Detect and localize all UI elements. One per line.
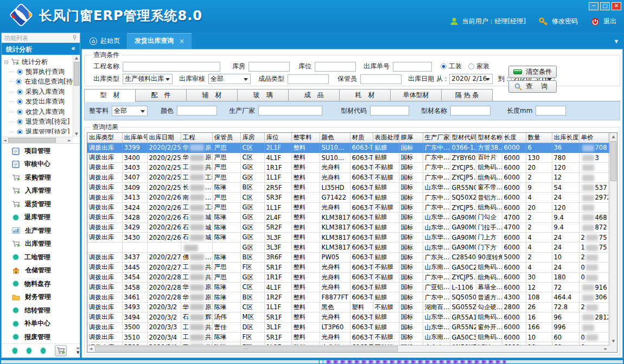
cell-price[interactable]: 2 <box>579 302 608 312</box>
cell-surf[interactable]: 贴膜 <box>373 143 399 152</box>
cell-type[interactable]: 调拨出库 <box>87 202 122 212</box>
cell-whole[interactable]: 整料 <box>291 233 320 242</box>
cell-price[interactable]: 0 <box>579 263 608 272</box>
cell-name[interactable]: 窗不带… <box>476 183 502 193</box>
cell-price[interactable] <box>579 202 608 212</box>
table-row[interactable]: 调拨出库34302020/2/26石城陈琳G区3L3F整料KLM38176063… <box>87 233 609 242</box>
cell-type[interactable]: 调拨出库 <box>87 302 122 312</box>
cell-price[interactable] <box>579 173 608 182</box>
cell-whole[interactable]: 整料 <box>291 202 320 212</box>
cell-mat[interactable]: 6063-T5 <box>350 272 373 282</box>
material-tab-0[interactable]: 型 材 <box>84 89 136 102</box>
profile-name-input[interactable] <box>450 106 491 116</box>
cell-whole[interactable]: 整料 <box>291 272 320 282</box>
cell-whole[interactable]: 整料 <box>291 263 320 272</box>
cell-price[interactable]: 0 <box>579 272 608 282</box>
cell-len[interactable]: 6000 <box>502 272 526 282</box>
tree-item-2[interactable]: 采购入库查询 <box>2 87 73 97</box>
cell-surf[interactable]: 不贴膜 <box>373 163 399 173</box>
cell-mat[interactable]: 6063-T5 <box>350 292 373 302</box>
cell-film[interactable]: 国标 <box>399 213 423 222</box>
cell-type[interactable]: 调拨出库 <box>87 322 122 332</box>
cell-code[interactable]: 0366-1.2 <box>450 143 476 152</box>
cell-no[interactable]: 3500 <box>122 322 147 332</box>
cell-code[interactable]: C28540B <box>450 252 476 262</box>
cell-surf[interactable]: 不贴膜 <box>373 263 399 272</box>
sidebar-item-0[interactable]: 项目管理 <box>2 144 80 158</box>
table-row[interactable]: 调拨出库34242020/2/26工工程严思G区1L1F整料光身料6063-T5… <box>87 202 609 212</box>
cell-color[interactable]: SU10… <box>320 152 350 162</box>
cell-wh[interactable]: B区 <box>240 183 264 193</box>
cell-color[interactable]: KLM3817 <box>320 233 350 242</box>
sidebar-item-8[interactable]: 工地管理 <box>2 251 80 264</box>
cell-len[interactable]: 6000 <box>502 193 526 202</box>
cell-type[interactable]: 调拨出库 <box>87 163 122 173</box>
cell-keeper[interactable]: 陈琳 <box>212 233 240 242</box>
cell-qty[interactable]: 4 <box>526 263 552 272</box>
cell-name[interactable]: 组角码… <box>476 263 502 272</box>
cell-outlen[interactable]: 120 <box>552 202 579 212</box>
cell-wh[interactable]: F区 <box>240 332 264 342</box>
cell-whole[interactable]: 整料 <box>291 173 320 182</box>
cell-film[interactable]: 国标 <box>399 242 423 252</box>
cell-name[interactable]: 普铝方… <box>476 193 502 202</box>
cell-len[interactable]: 2800 <box>502 302 526 312</box>
cell-proj[interactable]: 工共工程 <box>181 322 212 332</box>
cell-whole[interactable]: 整料 <box>291 302 320 312</box>
cell-proj[interactable]: 工共工程 <box>181 163 212 173</box>
cell-price[interactable]: 2972 <box>579 193 608 202</box>
scroll-right-icon[interactable]: ► <box>602 346 609 352</box>
sidebar-item-13[interactable]: 补单中心 <box>2 317 80 331</box>
cell-loc[interactable]: 3L1F <box>264 322 291 332</box>
table-row[interactable]: 调拨出库34072020/2/25工工程严思G区1L1F整料光身料6063-T5… <box>87 173 609 182</box>
cell-wh[interactable]: G区 <box>240 173 264 182</box>
cell-keeper[interactable]: 严思 <box>212 143 240 152</box>
cell-factory[interactable]: 广东中… <box>423 193 450 202</box>
cell-type[interactable]: 调拨出库 <box>87 152 122 162</box>
column-header[interactable]: 保管员 <box>212 133 240 143</box>
cell-loc[interactable]: 5R1F <box>264 263 291 272</box>
cell-date[interactable]: 2020/2/25 <box>147 163 181 173</box>
cell-film[interactable]: 国标 <box>399 152 423 162</box>
profile-code-input[interactable] <box>370 106 409 116</box>
cell-color[interactable]: SU10… <box>320 143 350 152</box>
cell-mat[interactable]: 6063-T5 <box>350 193 373 202</box>
cell-len[interactable]: 6000 <box>502 173 526 182</box>
cell-code[interactable]: GA90M09… <box>450 242 476 252</box>
tree-item-6[interactable]: 退库管理[待定] <box>2 127 73 134</box>
cell-qty[interactable]: 130 <box>526 152 552 162</box>
cell-name[interactable]: 门下方 <box>476 242 502 252</box>
cell-name[interactable]: 组角码… <box>476 202 502 212</box>
column-header[interactable]: 生产厂家 <box>423 133 450 143</box>
cell-factory[interactable]: 山东华… <box>423 183 450 193</box>
cell-film[interactable]: 国标 <box>399 292 423 302</box>
cell-film[interactable]: 国标 <box>399 163 423 173</box>
cell-film[interactable]: 国标 <box>399 143 423 152</box>
cell-len[interactable]: 6000 <box>502 332 526 342</box>
cell-surf[interactable]: 不贴膜 <box>373 202 399 212</box>
cell-wh[interactable]: G区 <box>240 163 264 173</box>
cell-factory[interactable]: 广东中… <box>423 143 450 152</box>
cell-type[interactable]: 调拨出库 <box>87 193 122 202</box>
column-header[interactable]: 型材名称 <box>476 133 502 143</box>
cell-date[interactable] <box>147 242 181 252</box>
scroll-left-icon[interactable]: ◄ <box>87 346 94 352</box>
cell-color[interactable]: 光身料 <box>320 312 350 322</box>
cell-factory[interactable]: 山东华… <box>423 242 450 252</box>
cell-name[interactable]: 组角码… <box>476 312 502 322</box>
cell-proj[interactable]: 长… <box>181 183 212 193</box>
cell-factory[interactable]: 广东中… <box>423 173 450 182</box>
cell-name[interactable]: 窗外开… <box>476 322 502 332</box>
cell-code[interactable]: L-1106 <box>450 282 476 292</box>
cell-wh[interactable]: B区 <box>240 252 264 262</box>
cell-factory[interactable]: 山东华… <box>423 312 450 322</box>
cell-color[interactable]: KLM3817 <box>320 213 350 222</box>
cell-mat[interactable]: 6063-T5 <box>350 233 373 242</box>
cell-factory[interactable]: 山东华… <box>423 222 450 232</box>
cell-outlen[interactable]: 12 <box>552 173 579 182</box>
cell-mat[interactable]: 6063-T5 <box>350 312 373 322</box>
cell-name[interactable]: 门拉手… <box>476 222 502 232</box>
cell-outlen[interactable]: 36 <box>552 143 579 152</box>
cell-proj[interactable]: 华原… <box>181 292 212 302</box>
cell-film[interactable]: 国标 <box>399 173 423 182</box>
